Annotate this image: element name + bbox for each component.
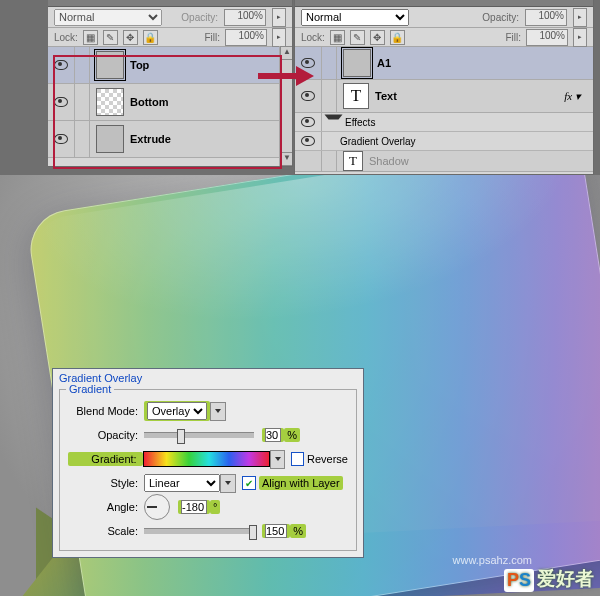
style-dropdown-icon[interactable] [220,474,236,493]
gradient-dropdown-icon[interactable] [270,450,285,469]
eye-icon [54,60,68,70]
gradient-row: Gradient: Reverse [68,448,348,470]
visibility-toggle[interactable] [48,47,75,83]
lock-label: Lock: [301,32,325,43]
fill-label: Fill: [204,32,220,43]
eye-icon [301,58,315,68]
layer-thumbnail[interactable] [343,49,371,77]
layer-row[interactable]: Top [48,47,292,84]
layer-name: Extrude [130,133,171,145]
lock-all-icon[interactable]: 🔒 [143,30,158,45]
lock-transparent-icon[interactable]: ▦ [330,30,345,45]
visibility-toggle[interactable] [48,121,75,157]
effects-label: Effects [345,117,375,128]
opacity-label: Opacity: [181,12,218,23]
fill-value[interactable]: 100% [225,29,267,46]
canvas: Normal Opacity: 100% ▸ Lock: ▦ ✎ ✥ 🔒 Fil… [0,0,600,596]
visibility-toggle[interactable] [48,84,75,120]
effect-name: Gradient Overlay [340,136,416,147]
opacity-label: Opacity: [482,12,519,23]
scale-slider[interactable] [144,528,254,534]
lock-move-icon[interactable]: ✥ [123,30,138,45]
layer-name: Shadow [369,155,409,167]
layer-name: Bottom [130,96,169,108]
opacity-stepper[interactable]: ▸ [272,8,286,27]
panel-scrollbar[interactable]: ▲ ▼ [279,46,292,166]
opacity-value[interactable]: 100% [224,9,266,26]
fieldset-legend: Gradient [66,383,114,395]
layer-row[interactable]: Extrude [48,121,292,158]
eye-icon [54,97,68,107]
scale-input[interactable]: 150 [265,524,287,538]
blend-mode-dropdown-icon[interactable] [210,402,226,421]
style-select[interactable]: Linear [144,474,220,492]
layer-name: Top [130,59,149,71]
layer-thumbnail[interactable] [96,51,124,79]
opacity-value[interactable]: 100% [525,9,567,26]
visibility-toggle[interactable] [295,132,322,150]
lock-all-icon[interactable]: 🔒 [390,30,405,45]
visibility-toggle[interactable] [295,151,322,171]
panel-tabs [48,0,292,7]
scroll-up-icon[interactable]: ▲ [280,46,293,60]
align-checkbox[interactable]: ✔ [242,476,256,490]
lock-brush-icon[interactable]: ✎ [103,30,118,45]
layer-thumbnail[interactable] [96,88,124,116]
opacity-input[interactable]: 30 [265,428,281,442]
layer-effect-item[interactable]: Gradient Overlay [295,132,593,151]
opacity-row: Opacity: 30 % [68,424,348,446]
text-layer-thumbnail[interactable]: T [343,83,369,109]
blend-mode-label: Blend Mode: [68,405,144,417]
fill-stepper[interactable]: ▸ [573,28,587,47]
layer-row[interactable]: Bottom [48,84,292,121]
layer-row[interactable]: T Shadow [295,151,593,172]
fill-value[interactable]: 100% [526,29,568,46]
fx-badge[interactable]: fx ▾ [564,90,581,103]
layer-effects-header[interactable]: Effects [295,113,593,132]
blend-row: Normal Opacity: 100% ▸ [295,7,593,28]
opacity-slider[interactable] [144,432,254,438]
text-layer-thumbnail[interactable]: T [343,151,363,171]
gradient-fieldset: Gradient Blend Mode: Overlay Opacity: 30… [59,389,357,551]
gradient-swatch[interactable] [143,451,271,467]
scroll-down-icon[interactable]: ▼ [280,152,293,166]
visibility-toggle[interactable] [295,47,322,79]
blend-row: Normal Opacity: 100% ▸ [48,7,292,28]
opacity-unit: % [284,428,300,442]
blend-mode-row: Blend Mode: Overlay [68,400,348,422]
layer-name: Text [375,90,397,102]
panel-tabs [295,0,593,7]
top-region: Normal Opacity: 100% ▸ Lock: ▦ ✎ ✥ 🔒 Fil… [0,0,600,175]
layers-panel-left: Normal Opacity: 100% ▸ Lock: ▦ ✎ ✥ 🔒 Fil… [48,0,293,167]
lock-row: Lock: ▦ ✎ ✥ 🔒 Fill: 100% ▸ [48,28,292,47]
reverse-checkbox[interactable] [291,452,304,466]
scale-label: Scale: [68,525,144,537]
disclosure-triangle-icon[interactable] [325,115,343,130]
lock-brush-icon[interactable]: ✎ [350,30,365,45]
angle-label: Angle: [68,501,144,513]
eye-icon [301,117,315,127]
lock-label: Lock: [54,32,78,43]
fill-stepper[interactable]: ▸ [272,28,286,47]
layer-row[interactable]: A1 [295,47,593,80]
opacity-stepper[interactable]: ▸ [573,8,587,27]
blend-mode-select[interactable]: Normal [301,9,409,26]
fill-label: Fill: [505,32,521,43]
lock-move-icon[interactable]: ✥ [370,30,385,45]
lock-row: Lock: ▦ ✎ ✥ 🔒 Fill: 100% ▸ [295,28,593,47]
angle-dial[interactable] [144,494,170,520]
scale-row: Scale: 150 % [68,520,348,542]
blend-mode-select[interactable]: Overlay [147,402,207,420]
watermark-url: www.psahz.com [453,554,532,566]
layer-thumbnail[interactable] [96,125,124,153]
blend-mode-select[interactable]: Normal [54,9,162,26]
angle-input[interactable]: -180 [181,500,207,514]
visibility-toggle[interactable] [295,113,322,131]
gradient-label: Gradient: [68,452,143,466]
layer-row[interactable]: T Text fx ▾ [295,80,593,113]
reverse-label: Reverse [307,453,348,465]
layer-name: A1 [377,57,391,69]
visibility-toggle[interactable] [295,80,322,112]
lock-transparent-icon[interactable]: ▦ [83,30,98,45]
angle-row: Angle: -180 ° [68,496,348,518]
